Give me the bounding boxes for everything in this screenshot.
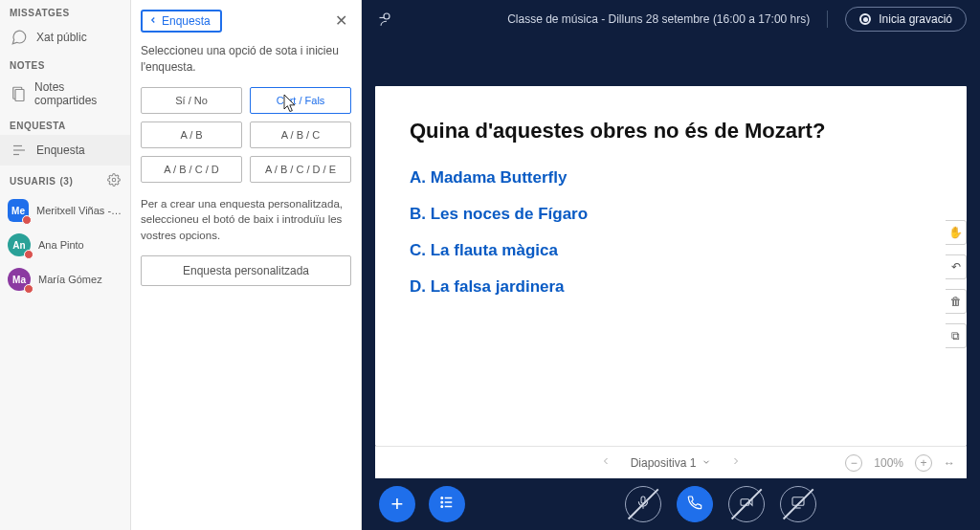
mic-off-icon <box>635 495 651 514</box>
prev-slide-button[interactable] <box>594 452 617 474</box>
poll-menu-button[interactable] <box>429 486 465 522</box>
chevron-down-icon <box>702 456 711 470</box>
whiteboard-toolstrip: ✋ ↶ 🗑 ⧉ <box>946 220 967 348</box>
tool-undo-icon[interactable]: ↶ <box>946 254 967 279</box>
tool-hand-icon[interactable]: ✋ <box>946 220 967 245</box>
poll-option-button[interactable]: A / B / C / D / E <box>250 156 351 183</box>
users-count: (3) <box>60 176 74 187</box>
back-button[interactable]: Enquesta <box>141 10 222 33</box>
slide-option: A. Madama Butterfly <box>410 168 932 188</box>
actions-button[interactable]: + <box>379 486 415 522</box>
presentation-area: Classe de música - Dilluns 28 setembre (… <box>362 0 980 530</box>
tool-trash-icon[interactable]: 🗑 <box>946 289 967 314</box>
svg-rect-16 <box>741 499 749 506</box>
poll-option-button[interactable]: A / B / C <box>250 121 351 148</box>
panel-help-text: Per a crear una enquesta personalitzada,… <box>141 196 351 244</box>
poll-panel: Enquesta ✕ Seleccioneu una opció de sota… <box>131 0 362 530</box>
camera-off-button[interactable] <box>728 486 765 522</box>
sidebar-item-label: Enquesta <box>36 144 85 157</box>
zoom-value: 100% <box>874 456 903 470</box>
close-button[interactable]: ✕ <box>331 8 351 33</box>
zoom-out-button[interactable]: − <box>845 454 862 472</box>
svg-point-5 <box>112 178 116 182</box>
class-title: Classe de música - Dilluns 28 setembre (… <box>507 12 810 26</box>
svg-rect-1 <box>15 90 24 101</box>
user-row[interactable]: Me Meritxell Viñas - ... (Vós) <box>0 193 130 228</box>
slide-question: Quina d'aquestes obres no és de Mozart? <box>410 119 932 144</box>
user-name: Ana Pinto <box>38 239 84 251</box>
avatar: An <box>8 233 31 256</box>
custom-poll-button[interactable]: Enquesta personalitzada <box>141 255 351 286</box>
camera-off-icon <box>739 495 754 514</box>
panel-subtitle: Seleccioneu una opció de sota i inicieu … <box>141 43 351 76</box>
sidebar-item-poll[interactable]: Enquesta <box>0 135 130 166</box>
record-icon <box>859 13 871 25</box>
chat-icon <box>10 28 29 47</box>
poll-option-button[interactable]: Sí / No <box>141 87 242 114</box>
poll-option-button[interactable]: A / B <box>141 121 242 148</box>
user-name: María Gómez <box>38 274 102 285</box>
avatar: Ma <box>8 268 31 291</box>
record-button[interactable]: Inicia gravació <box>845 7 967 32</box>
chevron-left-icon <box>148 14 158 28</box>
sidebar-item-label: Notes compartides <box>34 80 121 107</box>
gear-icon[interactable] <box>107 173 121 189</box>
svg-point-8 <box>441 497 443 499</box>
section-users-title: USUARIS <box>10 176 56 187</box>
slide-label: Diapositiva 1 <box>631 456 697 470</box>
section-messages-title: MISSATGES <box>0 0 130 22</box>
phone-icon <box>687 495 702 514</box>
next-slide-button[interactable] <box>724 452 747 474</box>
user-name: Meritxell Viñas - ... (Vós) <box>36 205 122 216</box>
svg-rect-14 <box>641 497 645 503</box>
record-label: Inicia gravació <box>879 12 952 26</box>
svg-point-10 <box>441 501 443 503</box>
back-label: Enquesta <box>162 14 211 28</box>
svg-point-6 <box>384 13 390 19</box>
slide-selector[interactable]: Diapositiva 1 <box>631 456 712 470</box>
poll-option-button[interactable]: A / B / C / D <box>141 156 242 183</box>
close-icon: ✕ <box>335 12 347 29</box>
user-row[interactable]: An Ana Pinto <box>0 228 130 262</box>
slide-option: D. La falsa jardinera <box>410 277 932 297</box>
section-poll-title: ENQUESTA <box>0 113 130 135</box>
fit-width-button[interactable]: ↔ <box>944 456 955 470</box>
topbar: Classe de música - Dilluns 28 setembre (… <box>362 0 980 38</box>
zoom-in-button[interactable]: + <box>915 454 932 472</box>
share-screen-button[interactable] <box>780 486 816 522</box>
list-icon <box>438 494 456 515</box>
avatar: Me <box>8 199 29 222</box>
poll-icon <box>10 141 29 160</box>
slide-navigation: Diapositiva 1 − 100% + ↔ <box>375 446 967 478</box>
mute-mic-button[interactable] <box>625 486 661 522</box>
svg-point-12 <box>441 506 443 508</box>
audio-button[interactable] <box>677 486 713 522</box>
poll-option-button[interactable]: Cert / Fals <box>250 87 351 114</box>
sidebar-item-label: Xat públic <box>36 31 87 44</box>
section-notes-title: NOTES <box>0 53 130 75</box>
left-sidebar: MISSATGES Xat públic NOTES Notes compart… <box>0 0 131 530</box>
slide-option: B. Les noces de Fígaro <box>410 205 932 224</box>
plus-icon: + <box>391 492 404 517</box>
svg-rect-18 <box>792 497 804 506</box>
sidebar-item-public-chat[interactable]: Xat públic <box>0 22 130 53</box>
bottom-dock: + <box>362 478 980 530</box>
notes-icon <box>10 84 27 103</box>
tool-multiuser-icon[interactable]: ⧉ <box>946 323 967 348</box>
screen-share-icon <box>791 495 806 514</box>
slide-canvas: Quina d'aquestes obres no és de Mozart? … <box>375 86 967 446</box>
slide-option: C. La flauta màgica <box>410 241 932 260</box>
remove-presenter-icon[interactable] <box>375 8 398 31</box>
divider <box>827 11 828 28</box>
user-row[interactable]: Ma María Gómez <box>0 262 130 297</box>
sidebar-item-shared-notes[interactable]: Notes compartides <box>0 75 130 113</box>
